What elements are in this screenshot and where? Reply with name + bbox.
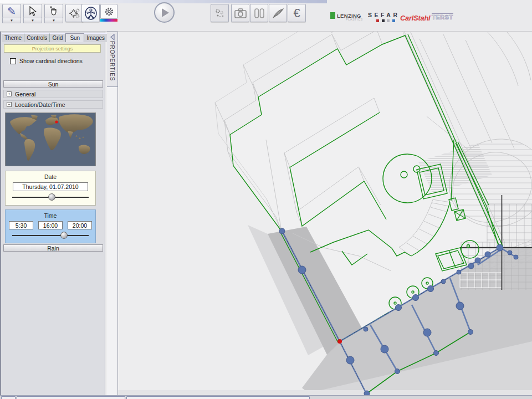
status-segment-3 (126, 396, 310, 399)
render-settings-button[interactable] (211, 4, 229, 22)
tab-grid[interactable]: Grid (50, 33, 65, 42)
date-input[interactable] (13, 182, 88, 191)
date-slider[interactable] (12, 193, 89, 201)
tool-draw-dropdown[interactable]: ▼ (2, 18, 21, 23)
play-button[interactable] (154, 2, 175, 23)
location-section-label: Location/Date/Time (15, 101, 65, 108)
lenzing-subtitle: PLASTICS (346, 18, 363, 21)
status-segment-2 (17, 396, 125, 399)
tool-human-scale-button[interactable] (81, 4, 100, 22)
tool-pan-button[interactable] (44, 4, 63, 18)
time-label: Time (6, 212, 95, 219)
partner-logo: TERST (432, 13, 453, 21)
camera-icon (234, 8, 247, 18)
toolbar: ✎ ▼ ▼ ▼ (0, 0, 532, 32)
tab-images[interactable]: Images (84, 33, 108, 42)
tab-sun[interactable]: Sun (65, 33, 84, 42)
time-start-input[interactable] (9, 221, 33, 229)
play-icon (162, 8, 169, 17)
collapse-arrow-icon (109, 34, 116, 40)
location-marker (55, 120, 58, 123)
tab-controls[interactable]: Controls (24, 33, 50, 42)
status-segment-1 (1, 396, 16, 399)
cardinal-directions-row: Show cardinal directions (10, 58, 83, 64)
pencil-icon: ✎ (7, 6, 16, 17)
settings-active-indicator (100, 19, 117, 22)
cursor-icon (29, 6, 37, 16)
molecule-gears-icon (214, 8, 226, 19)
tool-settings-button[interactable] (100, 4, 117, 19)
binoculars-button[interactable] (250, 4, 268, 22)
tool-draw-button[interactable]: ✎ (2, 4, 21, 18)
pricing-button[interactable]: € (288, 4, 306, 22)
collapse-icon[interactable]: − (7, 102, 12, 107)
properties-tab[interactable]: PROPERTIES (107, 32, 118, 87)
cardinal-directions-checkbox[interactable] (10, 58, 16, 64)
date-label: Date (6, 173, 95, 180)
projection-settings-button[interactable]: Projection settings (4, 44, 101, 53)
vitruvian-man-icon (84, 7, 98, 20)
expand-icon[interactable]: + (7, 91, 12, 96)
general-section-label: General (15, 91, 35, 98)
hand-icon (49, 6, 59, 16)
world-map[interactable] (5, 112, 96, 166)
sefar-wordmark: SEFAR (368, 12, 400, 18)
location-section-row[interactable]: − Location/Date/Time (3, 100, 103, 109)
euro-icon: € (293, 6, 300, 21)
properties-tab-label: PROPERTIES (109, 41, 115, 81)
gear-color-icon (104, 7, 114, 17)
time-slider-track (12, 235, 89, 236)
time-current-input[interactable] (38, 221, 63, 229)
status-bar (0, 395, 532, 399)
date-panel: Date (5, 171, 96, 206)
snapshot-button[interactable] (231, 4, 249, 22)
time-slider-thumb[interactable] (60, 232, 68, 239)
tab-theme[interactable]: Theme (2, 33, 24, 42)
time-end-input[interactable] (68, 221, 92, 229)
binoculars-icon (254, 8, 265, 19)
sidebar-tabs: Theme Controls Grid Sun Images (2, 33, 104, 42)
general-section-row[interactable]: + General (3, 90, 103, 98)
tool-pan-dropdown[interactable]: ▼ (44, 18, 63, 23)
feather-button[interactable] (269, 4, 287, 22)
sun-section-header[interactable]: Sun (3, 80, 103, 88)
carlstahl-logo: CarlStahl (400, 14, 430, 22)
selected-node-marker[interactable] (337, 339, 342, 344)
time-panel: Time (5, 209, 96, 243)
tool-select-dropdown[interactable]: ▼ (23, 18, 42, 23)
lenzing-flag-icon (330, 12, 335, 19)
gears-move-icon (69, 8, 80, 19)
date-slider-thumb[interactable] (48, 193, 55, 201)
sefar-color-squares (376, 19, 395, 22)
cardinal-directions-label: Show cardinal directions (19, 58, 83, 64)
time-slider[interactable] (12, 232, 89, 239)
properties-gutter: PROPERTIES (107, 32, 118, 395)
tool-select-button[interactable] (23, 4, 42, 18)
sidebar-panel: Theme Controls Grid Sun Images Projectio… (0, 32, 105, 395)
sefar-logo: SEFAR (368, 12, 400, 18)
time-inputs (6, 219, 95, 229)
feather-icon (272, 8, 284, 19)
rain-section-header[interactable]: Rain (3, 244, 103, 252)
